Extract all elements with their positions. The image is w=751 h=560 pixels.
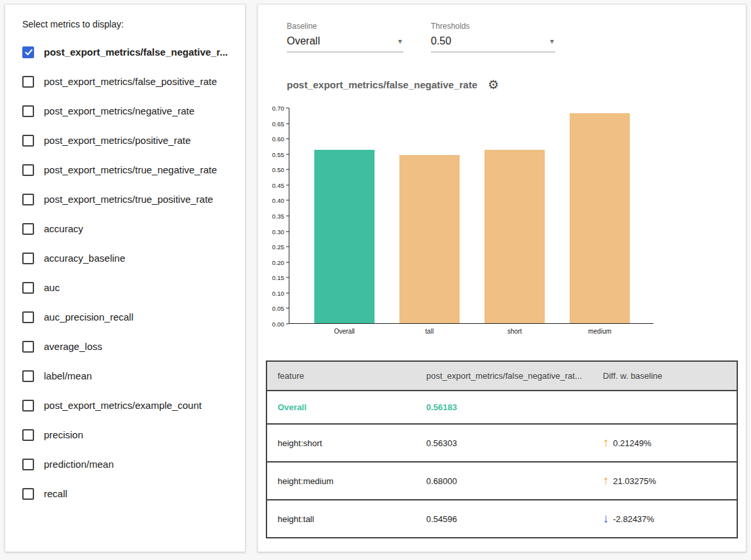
metric-item[interactable]: accuracy	[21, 214, 229, 243]
y-axis-tick-label: 0.10	[272, 289, 289, 296]
metric-label: post_export_metrics/false_negative_r...	[44, 46, 228, 58]
metrics-panel-title: Select metrics to display:	[22, 19, 229, 29]
diff-percent-text: 21.03275%	[613, 476, 656, 486]
metric-label: post_export_metrics/positive_rate	[44, 135, 191, 146]
checkbox-unchecked-icon[interactable]	[22, 253, 34, 264]
metric-item[interactable]: auc	[21, 273, 229, 302]
checkbox-unchecked-icon[interactable]	[22, 223, 34, 235]
checkbox-unchecked-icon[interactable]	[22, 488, 34, 500]
diff-percent-text: -2.82437%	[613, 514, 654, 524]
metric-list: post_export_metrics/false_negative_r...p…	[21, 37, 229, 508]
feature-cell: height:medium	[266, 462, 416, 500]
metric-item[interactable]: post_export_metrics/positive_rate	[21, 126, 229, 155]
y-axis-tick-label: 0.40	[272, 197, 289, 204]
table-column-header: post_export_metrics/false_negative_rat..…	[416, 361, 593, 391]
metric-item[interactable]: prediction/mean	[21, 449, 229, 479]
checkbox-unchecked-icon[interactable]	[22, 135, 34, 147]
y-axis-tick-label: 0.35	[272, 213, 289, 220]
checkbox-checked-icon[interactable]	[22, 46, 34, 58]
table-row: height:short0.56303↑0.21249%	[266, 424, 737, 462]
table-column-header: Diff. w. baseline	[593, 361, 737, 391]
diff-percent-text: 0.21249%	[613, 438, 651, 448]
y-axis-tick-label: 0.55	[272, 150, 289, 158]
chart-bar-medium[interactable]	[570, 113, 630, 323]
metric-item[interactable]: post_export_metrics/true_positive_rate	[21, 184, 229, 214]
up-arrow-icon: ↑	[603, 436, 610, 449]
metric-item[interactable]: auc_precision_recall	[21, 302, 229, 332]
metric-item[interactable]: recall	[21, 479, 229, 508]
baseline-select-value: Overall	[287, 35, 320, 47]
metric-item[interactable]: label/mean	[21, 361, 229, 391]
metric-label: post_export_metrics/true_positive_rate	[44, 194, 213, 205]
metric-label: precision	[44, 429, 83, 440]
chart-settings-gear-icon[interactable]: ⚙	[488, 79, 499, 91]
metric-item[interactable]: post_export_metrics/false_positive_rate	[21, 67, 229, 96]
metric-label: auc	[44, 282, 60, 293]
metric-label: auc_precision_recall	[44, 311, 134, 323]
metric-item[interactable]: accuracy_baseline	[21, 243, 229, 273]
metrics-select-panel: Select metrics to display: post_export_m…	[5, 4, 246, 552]
diff-cell: ↑21.03275%	[593, 462, 737, 500]
up-arrow-icon: ↑	[603, 474, 610, 487]
thresholds-select[interactable]: Thresholds 0.50 ▾	[431, 22, 555, 52]
x-axis-category-label: short	[472, 328, 557, 335]
thresholds-select-value: 0.50	[431, 35, 451, 47]
metric-label: post_export_metrics/example_count	[44, 400, 202, 411]
results-panel: Baseline Overall ▾ Thresholds 0.50 ▾ pos…	[257, 4, 746, 552]
y-axis-tick-label: 0.25	[272, 243, 289, 251]
checkbox-unchecked-icon[interactable]	[22, 459, 34, 470]
checkbox-unchecked-icon[interactable]	[22, 311, 34, 323]
chart-bar-overall[interactable]	[314, 150, 375, 323]
table-row: height:medium0.68000↑21.03275%	[266, 462, 737, 500]
x-axis-category-label: Overall	[302, 328, 387, 335]
thresholds-select-label: Thresholds	[431, 22, 555, 31]
checkbox-unchecked-icon[interactable]	[22, 194, 34, 205]
checkbox-unchecked-icon[interactable]	[22, 105, 34, 117]
metric-item[interactable]: post_export_metrics/true_negative_rate	[21, 155, 229, 184]
y-axis-tick-label: 0.45	[272, 181, 289, 188]
y-axis-tick-label: 0.30	[272, 228, 289, 235]
chart-y-axis: 0.000.050.100.150.200.250.300.350.400.45…	[258, 108, 289, 324]
y-axis-tick-label: 0.60	[272, 135, 289, 143]
fairness-indicators-app: Select metrics to display: post_export_m…	[0, 0, 751, 560]
metric-label: post_export_metrics/true_negative_rate	[44, 164, 217, 175]
metric-label: post_export_metrics/false_positive_rate	[44, 76, 217, 87]
x-axis-category-label: tall	[387, 328, 472, 335]
chart-bar-short[interactable]	[485, 150, 545, 323]
y-axis-tick-label: 0.70	[272, 105, 289, 112]
y-axis-tick-label: 0.20	[272, 258, 289, 266]
checkbox-unchecked-icon[interactable]	[22, 164, 34, 176]
chart-title: post_export_metrics/false_negative_rate	[287, 79, 477, 90]
table-column-header: feature	[266, 361, 416, 391]
checkbox-unchecked-icon[interactable]	[22, 341, 34, 353]
metric-item[interactable]: post_export_metrics/example_count	[21, 391, 229, 420]
metric-label: prediction/mean	[44, 459, 114, 470]
baseline-select[interactable]: Baseline Overall ▾	[287, 22, 403, 52]
y-axis-tick-label: 0.05	[272, 305, 289, 312]
diff-cell	[593, 391, 737, 424]
checkbox-unchecked-icon[interactable]	[22, 76, 34, 88]
y-axis-tick-label: 0.50	[272, 166, 289, 173]
chart-bar-tall[interactable]	[399, 155, 460, 323]
chevron-down-icon: ▾	[398, 37, 402, 46]
x-axis-category-label: medium	[557, 328, 642, 335]
metric-item[interactable]: average_loss	[21, 332, 229, 361]
metric-item[interactable]: precision	[21, 420, 229, 449]
metric-item[interactable]: post_export_metrics/false_negative_r...	[21, 37, 229, 67]
metric-label: accuracy	[44, 223, 83, 234]
baseline-select-label: Baseline	[287, 22, 403, 31]
diff-cell: ↓-2.82437%	[593, 500, 737, 538]
checkbox-unchecked-icon[interactable]	[22, 429, 34, 441]
metric-label: average_loss	[44, 341, 102, 352]
value-cell: 0.54596	[416, 500, 593, 538]
feature-cell: height:tall	[266, 500, 416, 538]
feature-cell: height:short	[266, 424, 416, 462]
chevron-down-icon: ▾	[550, 37, 554, 46]
table-row: height:tall0.54596↓-2.82437%	[266, 500, 737, 538]
checkbox-unchecked-icon[interactable]	[22, 400, 34, 411]
checkbox-unchecked-icon[interactable]	[22, 370, 34, 382]
checkbox-unchecked-icon[interactable]	[22, 282, 34, 294]
metric-label: accuracy_baseline	[44, 253, 125, 264]
chart-header: post_export_metrics/false_negative_rate …	[287, 79, 746, 91]
metric-item[interactable]: post_export_metrics/negative_rate	[21, 96, 229, 126]
